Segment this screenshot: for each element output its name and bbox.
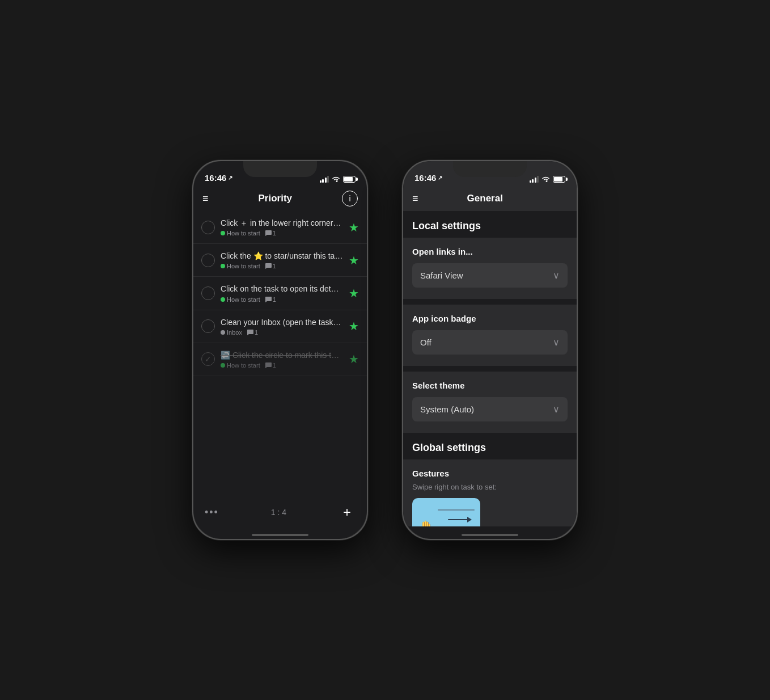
task-tag-4: Inbox <box>221 329 242 336</box>
battery-icon-2 <box>553 176 565 183</box>
select-theme-section: Select theme System (Auto) ∨ <box>403 372 577 433</box>
comment-icon-5: 1 <box>265 362 276 369</box>
local-settings-header: Local settings <box>403 211 577 238</box>
status-time-2: 16:46 ↗ <box>414 173 442 183</box>
nav-title-2: General <box>467 193 503 204</box>
phone-1-power-button <box>367 235 368 263</box>
time-display-1: 16:46 <box>205 173 226 183</box>
task-meta-2: How to start 1 <box>221 263 343 269</box>
phone-2: 16:46 ↗ <box>402 160 578 540</box>
gestures-desc: Swipe right on task to set: <box>412 483 568 491</box>
wifi-icon-2 <box>541 176 550 183</box>
task-item-4[interactable]: Clean your Inbox (open the task fo... In… <box>193 310 367 343</box>
open-links-dropdown[interactable]: Safari View ∨ <box>412 263 568 288</box>
star-icon-3[interactable]: ★ <box>349 286 359 300</box>
tag-dot-3 <box>221 297 225 302</box>
info-button-1[interactable]: i <box>342 191 358 206</box>
phone-2-side-buttons <box>402 224 403 280</box>
nav-bar-2: ≡ General <box>403 186 577 211</box>
task-checkbox-3[interactable] <box>201 286 215 300</box>
status-bar-2: 16:46 ↗ <box>403 161 577 186</box>
phone-1: 16:46 ↗ <box>192 160 368 540</box>
task-checkbox-5[interactable]: ✓ <box>201 352 215 366</box>
open-links-label: Open links in... <box>412 247 568 256</box>
star-icon-5[interactable]: ★ <box>349 352 359 366</box>
open-links-section: Open links in... Safari View ∨ <box>403 238 577 299</box>
dots-menu-button[interactable]: ••• <box>205 507 219 518</box>
task-meta-3: How to start 1 <box>221 296 343 303</box>
gesture-arrow <box>448 517 472 522</box>
open-links-value: Safari View <box>420 271 463 280</box>
settings-content: Local settings Open links in... Safari V… <box>403 211 577 526</box>
comment-icon-3: 1 <box>265 296 276 303</box>
home-bar-2 <box>462 534 518 536</box>
app-icon-badge-value: Off <box>420 338 431 347</box>
global-settings-title: Global settings <box>412 442 568 454</box>
menu-icon-2[interactable]: ≡ <box>412 193 418 205</box>
status-icons-2 <box>530 176 566 183</box>
task-meta-4: Inbox 1 <box>221 329 343 336</box>
tag-dot-1 <box>221 231 225 235</box>
task-content-5: ↩️ Click the circle to mark this tas... … <box>221 350 343 369</box>
star-icon-2[interactable]: ★ <box>349 254 359 267</box>
tag-text-3: How to start <box>227 296 260 303</box>
gestures-title: Gestures <box>412 469 568 478</box>
menu-icon-1[interactable]: ≡ <box>202 193 209 205</box>
gestures-section: Gestures Swipe right on task to set: 🤚 <box>403 459 577 526</box>
phone-2-power-button <box>577 235 578 263</box>
task-title-5: ↩️ Click the circle to mark this tas... <box>221 350 343 360</box>
tag-text-2: How to start <box>227 263 260 269</box>
global-settings-header: Global settings <box>403 434 577 459</box>
task-checkbox-1[interactable] <box>201 221 215 234</box>
select-theme-chevron: ∨ <box>553 404 560 415</box>
gesture-illustration: 🤚 <box>412 498 480 526</box>
tag-dot-5 <box>221 363 225 368</box>
task-content-3: Click on the task to open its details...… <box>221 284 343 302</box>
task-tag-3: How to start <box>221 296 260 303</box>
task-item-1[interactable]: Click ＋ in the lower right corner t... H… <box>193 211 367 244</box>
app-icon-badge-chevron: ∨ <box>553 337 560 348</box>
task-title-3: Click on the task to open its details... <box>221 284 343 294</box>
phone-2-screen: 16:46 ↗ <box>403 161 577 539</box>
comment-icon-1: 1 <box>265 230 276 237</box>
tag-dot-4 <box>221 330 225 335</box>
tag-dot-2 <box>221 264 225 268</box>
local-settings-title: Local settings <box>412 220 481 231</box>
status-icons-1 <box>320 176 356 183</box>
page-indicator: 1 : 4 <box>271 508 286 517</box>
task-item-5[interactable]: ✓ ↩️ Click the circle to mark this tas..… <box>193 343 367 376</box>
task-title-2: Click the ⭐ to star/unstar this tas... <box>221 251 343 261</box>
comment-icon-4: 1 <box>247 329 258 336</box>
signal-bars-2 <box>530 176 539 183</box>
task-checkbox-4[interactable] <box>201 319 215 333</box>
phone-1-screen: 16:46 ↗ <box>193 161 367 539</box>
signal-bars-1 <box>320 176 329 183</box>
select-theme-dropdown[interactable]: System (Auto) ∨ <box>412 397 568 421</box>
wifi-icon-1 <box>332 176 340 183</box>
select-theme-value: System (Auto) <box>420 404 474 414</box>
task-tag-1: How to start <box>221 230 260 237</box>
bottom-toolbar-1: ••• 1 : 4 + <box>193 498 367 526</box>
location-icon-1: ↗ <box>228 175 232 181</box>
nav-bar-1: ≡ Priority i <box>193 186 367 211</box>
gesture-hand-icon: 🤚 <box>416 520 435 526</box>
tag-text-1: How to start <box>227 230 260 237</box>
location-icon-2: ↗ <box>438 175 442 181</box>
task-item-3[interactable]: Click on the task to open its details...… <box>193 277 367 310</box>
task-title-1: Click ＋ in the lower right corner t... <box>221 218 343 228</box>
task-item-2[interactable]: Click the ⭐ to star/unstar this tas... H… <box>193 244 367 277</box>
star-icon-4[interactable]: ★ <box>349 319 359 333</box>
phone-1-side-buttons <box>192 224 193 280</box>
app-icon-badge-section: App icon badge Off ∨ <box>403 305 577 366</box>
divider-1 <box>403 300 577 305</box>
gesture-line <box>438 509 475 511</box>
task-content-4: Clean your Inbox (open the task fo... In… <box>221 317 343 336</box>
divider-2 <box>403 367 577 372</box>
comment-icon-2: 1 <box>265 263 276 269</box>
task-checkbox-2[interactable] <box>201 254 215 267</box>
task-tag-2: How to start <box>221 263 260 269</box>
select-theme-label: Select theme <box>412 381 568 390</box>
add-task-button[interactable]: + <box>339 504 356 521</box>
star-icon-1[interactable]: ★ <box>349 221 359 234</box>
app-icon-badge-dropdown[interactable]: Off ∨ <box>412 330 568 355</box>
